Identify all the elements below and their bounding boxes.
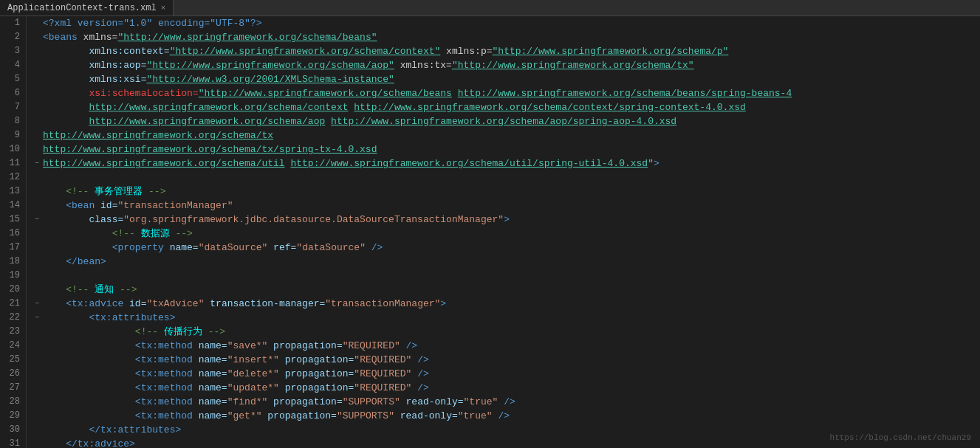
fold-icon [32, 145, 41, 154]
token-text-white [400, 339, 406, 353]
code-line: http://www.springframework.org/schema/tx [32, 128, 980, 142]
token-link: "http://www.springframework.org/schema/c… [170, 44, 441, 58]
token-text-white [279, 381, 285, 395]
indent [43, 72, 89, 86]
token-text-white [452, 86, 458, 100]
token-attr-name: xmlns:xsi= [89, 72, 146, 86]
code-line: <!-- 通知 --> [32, 283, 980, 297]
token-text-white [267, 241, 273, 255]
fold-icon [32, 370, 41, 379]
line-number: 16 [6, 227, 20, 241]
token-text-white [204, 297, 210, 311]
token-comment: <!-- [66, 185, 95, 199]
indent [43, 311, 89, 325]
code-line: <tx:method name="update*" propagation="R… [32, 381, 980, 395]
token-attr-value: "dataSource" [296, 241, 366, 255]
token-attr-value: "insert*" [227, 353, 279, 367]
indent [43, 409, 135, 423]
fold-icon [32, 398, 41, 407]
fold-icon [32, 244, 41, 252]
line-number: 4 [6, 58, 20, 72]
code-line: xmlns:aop="http://www.springframework.or… [32, 58, 980, 72]
token-text-white [325, 114, 331, 128]
fold-icon[interactable]: − [32, 300, 41, 309]
token-attr-name: class= [89, 213, 123, 227]
code-line: <beans xmlns="http://www.springframework… [32, 30, 980, 44]
fold-icon[interactable]: − [32, 159, 41, 168]
token-attr-name: name= [199, 339, 227, 353]
token-attr-value: "true" [458, 409, 493, 423]
code-line: </bean> [32, 255, 980, 269]
token-tag: <tx:method [135, 339, 193, 353]
line-number: 3 [6, 44, 20, 58]
fold-icon [32, 75, 41, 84]
indent [43, 58, 89, 72]
line-number: 27 [6, 381, 20, 395]
line-number: 28 [6, 395, 20, 409]
indent [43, 114, 89, 128]
token-attr-name: name= [199, 381, 227, 395]
token-text-white [164, 241, 170, 255]
token-link: http://www.springframework.org/schema/tx… [43, 142, 377, 156]
token-attr-name: id= [100, 199, 117, 213]
token-attr-name: propagation= [285, 353, 354, 367]
token-tag: /> [417, 381, 429, 395]
token-xml-decl: <?xml version="1.0" encoding="UTF-8"?> [43, 16, 261, 30]
token-link: http://www.springframework.org/schema/ao… [331, 114, 676, 128]
line-number: 31 [6, 437, 20, 448]
line-number: 23 [6, 325, 20, 339]
token-text-white [261, 409, 267, 423]
token-tag: > [440, 297, 446, 311]
code-line: <?xml version="1.0" encoding="UTF-8"?> [32, 16, 980, 30]
indent [43, 353, 135, 367]
token-tag: /> [406, 339, 418, 353]
token-attr-name: ref= [273, 241, 296, 255]
indent [43, 100, 89, 114]
token-text-white [400, 395, 406, 409]
token-text-white [279, 353, 285, 367]
fold-icon [32, 356, 41, 365]
token-comment: --> [202, 325, 225, 339]
close-icon[interactable]: × [161, 4, 166, 13]
indent [43, 297, 66, 311]
token-attr-name: read-only= [406, 395, 464, 409]
line-number: 29 [6, 409, 20, 423]
fold-icon[interactable]: − [32, 314, 41, 323]
token-text-white [279, 367, 285, 381]
token-comment: --> [170, 227, 193, 241]
token-text-white [411, 367, 417, 381]
indent [43, 86, 89, 100]
token-text-white: xmlns:p= [440, 44, 492, 58]
token-attr-name: name= [199, 395, 227, 409]
fold-icon [32, 33, 41, 42]
fold-icon[interactable]: − [32, 216, 41, 224]
token-link: "http://www.springframework.org/schema/p… [493, 44, 729, 58]
token-link: "http://www.springframework.org/schema/b… [199, 86, 452, 100]
token-text-white [267, 339, 273, 353]
token-comment-zh: 传播行为 [164, 325, 202, 339]
token-attr-value: "find*" [227, 395, 268, 409]
indent [43, 283, 66, 297]
indent [43, 367, 135, 381]
token-attr-value: "REQUIRED" [354, 353, 411, 367]
line-number: 5 [6, 72, 20, 86]
token-text-white [193, 339, 199, 353]
line-number: 8 [6, 114, 20, 128]
fold-icon [32, 117, 41, 126]
token-text-white [193, 367, 199, 381]
token-tag: <tx:method [135, 409, 193, 423]
token-tag: <beans [43, 30, 78, 44]
code-line: xmlns:context="http://www.springframewor… [32, 44, 980, 58]
fold-icon [32, 89, 41, 98]
token-text-white [95, 199, 100, 213]
token-tag: <tx:method [135, 381, 193, 395]
token-link: http://www.springframework.org/schema/be… [458, 86, 792, 100]
token-comment: <!-- [135, 325, 164, 339]
indent [43, 185, 66, 199]
code-line: xsi:schemaLocation="http://www.springfra… [32, 86, 980, 100]
line-numbers: 1234567891011121314151617181920212223242… [0, 16, 27, 448]
code-area[interactable]: <?xml version="1.0" encoding="UTF-8"?> <… [27, 16, 980, 448]
file-tab[interactable]: ApplicationContext-trans.xml × [0, 0, 174, 15]
token-link: http://www.springframework.org/schema/tx [43, 128, 273, 142]
code-line [32, 269, 980, 283]
